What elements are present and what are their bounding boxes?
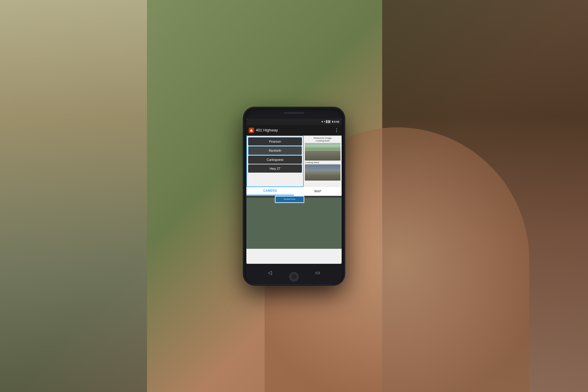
battery-icon: ▮	[332, 120, 333, 123]
app-title: 401 Highway	[256, 128, 333, 132]
more-menu-icon[interactable]: ⋮	[334, 127, 339, 133]
highway-sign: Renforth Drive	[275, 196, 304, 203]
back-button[interactable]: ◁	[268, 269, 272, 276]
location-pearson[interactable]: Pearson	[248, 137, 302, 146]
smartphone: ◈ ▾ ▌▌▌ ▮ 5:02 401 Highway ⋮	[244, 108, 344, 284]
phone-bottom-nav: ◁ ▭	[246, 264, 342, 284]
location-icon: ◈	[321, 120, 323, 123]
ref-sky-west	[305, 164, 340, 171]
app-header: 401 Highway ⋮	[246, 125, 342, 136]
highway-sign-text: Renforth Drive	[284, 198, 295, 200]
reference-image-east[interactable]	[305, 143, 340, 161]
app-logo	[249, 128, 254, 133]
location-list: Pearson Renforth Carlingview Hwy 27	[246, 136, 304, 187]
ref-sky-east	[305, 143, 340, 149]
camera-view: Renforth Drive 0035 MTO 401 14:08 HH	[246, 196, 342, 249]
warning-triangle-icon	[250, 129, 253, 131]
location-carlingview[interactable]: Carlingview	[248, 156, 302, 164]
phone-wrapper: ◈ ▾ ▌▌▌ ▮ 5:02 401 Highway ⋮	[244, 108, 344, 284]
ref-road-east	[305, 151, 340, 161]
tab-bar: CAMERA MAP	[246, 187, 342, 196]
home-button[interactable]	[289, 272, 299, 281]
status-icons: ◈ ▾ ▌▌▌ ▮ 5:02	[321, 120, 339, 123]
status-time: 5:02	[334, 120, 339, 123]
signal-icon: ▌▌▌	[326, 120, 331, 123]
tab-camera[interactable]: CAMERA	[246, 187, 294, 196]
ref-road-west	[305, 171, 340, 181]
reference-image-west[interactable]	[305, 164, 340, 181]
phone-screen: ◈ ▾ ▌▌▌ ▮ 5:02 401 Highway ⋮	[246, 119, 342, 264]
tab-map[interactable]: MAP	[294, 187, 342, 196]
main-content-area: Pearson Renforth Carlingview Hwy 27	[246, 136, 342, 187]
wifi-icon: ▾	[324, 120, 325, 123]
status-bar: ◈ ▾ ▌▌▌ ▮ 5:02	[246, 119, 342, 125]
looking-west-label: Looking West	[305, 161, 340, 164]
bg-left-panel	[0, 0, 147, 392]
home-button-inner	[291, 274, 297, 280]
location-hwy27[interactable]: Hwy 27	[248, 164, 302, 173]
reference-panel: Reference Image Looking East Looking Wes…	[304, 136, 342, 187]
reference-image-title: Reference Image Looking East	[305, 137, 340, 142]
location-renforth[interactable]: Renforth	[248, 146, 302, 155]
recent-apps-button[interactable]: ▭	[315, 269, 320, 276]
